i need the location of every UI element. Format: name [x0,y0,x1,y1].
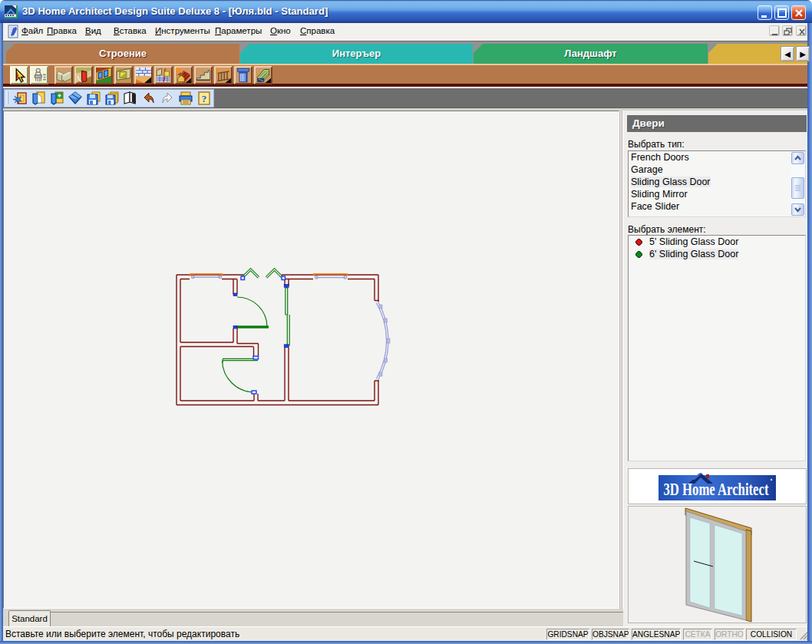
svg-text:3D Home Architect: 3D Home Architect [664,479,769,499]
svg-text:?: ? [202,93,207,104]
